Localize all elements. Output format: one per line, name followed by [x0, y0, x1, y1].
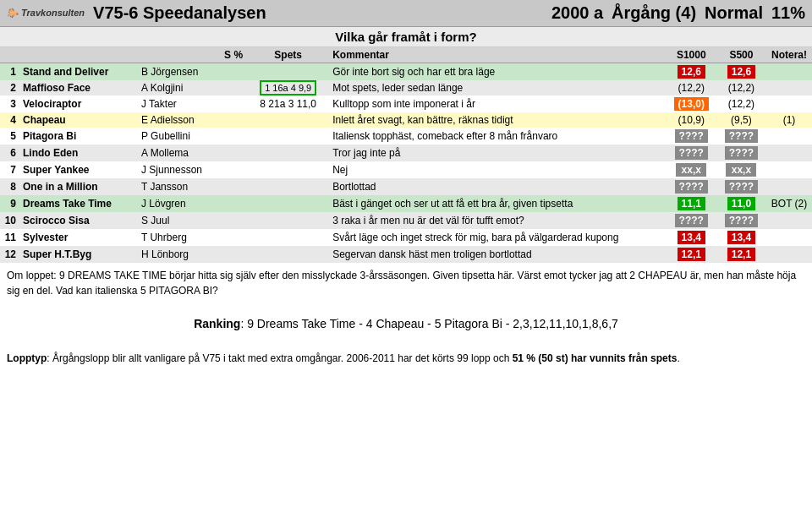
table-row: 7 Super Yankee J Sjunnesson Nej xx,x xx,…: [0, 161, 812, 178]
horse-table: S % Spets Kommentar S1000 S500 Notera! 1…: [0, 47, 812, 263]
horse-name: Chapeau: [19, 112, 138, 128]
horse-s500: ????: [716, 145, 766, 161]
horse-comment: Italiensk topphäst, comeback efter 8 mån…: [329, 128, 666, 145]
horse-num: 2: [0, 80, 19, 95]
table-row: 9 Dreams Take Time J Lövgren Bäst i gäng…: [0, 195, 812, 212]
horse-num: 6: [0, 145, 19, 161]
horse-s500: (12,2): [716, 80, 766, 95]
horse-sp: [220, 63, 247, 81]
horse-sp: [220, 161, 247, 178]
horse-name: Dreams Take Time: [19, 195, 138, 212]
horse-s500: ????: [716, 128, 766, 145]
horse-s1000: (12,2): [667, 80, 716, 95]
lopptype-section: Lopptyp: Årgångslopp blir allt vanligare…: [0, 344, 812, 374]
horse-spets: [247, 63, 329, 81]
horse-name: Pitagora Bi: [19, 128, 138, 145]
horse-comment: Tror jag inte på: [329, 145, 666, 161]
col-jockey: [138, 47, 220, 63]
table-row: 8 One in a Million T Jansson Bortlottad …: [0, 178, 812, 195]
om-loppet-text: Om loppet: 9 DREAMS TAKE TIME börjar hit…: [7, 270, 796, 297]
horse-note: (1): [766, 112, 812, 128]
horse-comment: Segervan dansk häst men troligen bortlot…: [329, 246, 666, 263]
ranking-label: Ranking: [194, 317, 240, 330]
horse-spets: [247, 246, 329, 263]
horse-comment: Gör inte bort sig och har ett bra läge: [329, 63, 666, 81]
col-sp: S %: [220, 47, 247, 63]
horse-spets: [247, 112, 329, 128]
horse-jockey: J Sjunnesson: [138, 161, 220, 178]
table-row: 1 Stand and Deliver B Jörgensen Gör inte…: [0, 63, 812, 81]
horse-note: [766, 246, 812, 263]
horse-sp: [220, 112, 247, 128]
horse-jockey: E Adielsson: [138, 112, 220, 128]
header-pct: 11%: [771, 3, 805, 23]
horse-comment: Bortlottad: [329, 178, 666, 195]
horse-s1000: ????: [667, 178, 716, 195]
horse-s1000: 12,1: [667, 246, 716, 263]
horse-s1000: 13,4: [667, 229, 716, 246]
horse-name: Stand and Deliver: [19, 63, 138, 81]
header-edition: Årgång (4): [612, 3, 696, 23]
horse-note: [766, 63, 812, 81]
header-bar: 🐎 Travkonsulten V75-6 Speedanalysen 2000…: [0, 0, 812, 27]
spets-badge: 1 16a 4 9,9: [260, 80, 316, 95]
table-row: 4 Chapeau E Adielsson Inlett året svagt,…: [0, 112, 812, 128]
horse-sp: [220, 195, 247, 212]
horse-s500: 11,0: [716, 195, 766, 212]
horse-name: Super H.T.Byg: [19, 246, 138, 263]
horse-jockey: J Takter: [138, 95, 220, 112]
horse-name: Maffioso Face: [19, 80, 138, 95]
horse-comment: Mot spets, leder sedan länge: [329, 80, 666, 95]
horse-num: 7: [0, 161, 19, 178]
horse-s1000: (13,0): [667, 95, 716, 112]
horse-name: Super Yankee: [19, 161, 138, 178]
lopptype-value: : Årgångslopp blir allt vanligare på V75…: [47, 352, 679, 364]
horse-spets: [247, 161, 329, 178]
horse-spets: [247, 195, 329, 212]
table-row: 2 Maffioso Face A Kolgjini 1 16a 4 9,9 M…: [0, 80, 812, 95]
header-type: Normal: [705, 3, 763, 23]
horse-name: One in a Million: [19, 178, 138, 195]
horse-name: Lindo Eden: [19, 145, 138, 161]
horse-jockey: T Uhrberg: [138, 229, 220, 246]
horse-sp: [220, 212, 247, 229]
horse-comment: Inlett året svagt, kan bättre, räknas ti…: [329, 112, 666, 128]
table-row: 3 Velociraptor J Takter 8 21a 3 11,0 Kul…: [0, 95, 812, 112]
horse-spets: 8 21a 3 11,0: [247, 95, 329, 112]
horse-sp: [220, 229, 247, 246]
horse-note: [766, 145, 812, 161]
horse-s500: ????: [716, 212, 766, 229]
horse-name: Scirocco Sisa: [19, 212, 138, 229]
horse-comment: Kulltopp som inte imponerat i år: [329, 95, 666, 112]
horse-num: 3: [0, 95, 19, 112]
horse-s500: ????: [716, 178, 766, 195]
logo: 🐎 Travkonsulten: [7, 8, 85, 19]
horse-num: 1: [0, 63, 19, 81]
horse-num: 11: [0, 229, 19, 246]
table-row: 6 Lindo Eden A Mollema Tror jag inte på …: [0, 145, 812, 161]
horse-note: [766, 178, 812, 195]
horse-s1000: 12,6: [667, 63, 716, 81]
header-year: 2000 a: [551, 3, 603, 23]
col-comment: Kommentar: [329, 47, 666, 63]
horse-comment: Bäst i gänget och ser ut att få ett bra …: [329, 195, 666, 212]
horse-name: Velociraptor: [19, 95, 138, 112]
header-title: V75-6 Speedanalysen: [93, 3, 543, 23]
col-spets: Spets: [247, 47, 329, 63]
horse-sp: [220, 145, 247, 161]
horse-num: 10: [0, 212, 19, 229]
horse-spets: [247, 145, 329, 161]
horse-note: [766, 212, 812, 229]
horse-jockey: H Lönborg: [138, 246, 220, 263]
horse-num: 4: [0, 112, 19, 128]
horse-spets: [247, 229, 329, 246]
col-s1000: S1000: [667, 47, 716, 63]
horse-note: [766, 128, 812, 145]
horse-spets: [247, 128, 329, 145]
horse-note: [766, 161, 812, 178]
horse-s1000: ????: [667, 128, 716, 145]
horse-sp: [220, 128, 247, 145]
spets-text: 8 21a 3 11,0: [260, 98, 316, 110]
col-num: [0, 47, 19, 63]
horse-s1000: ????: [667, 145, 716, 161]
